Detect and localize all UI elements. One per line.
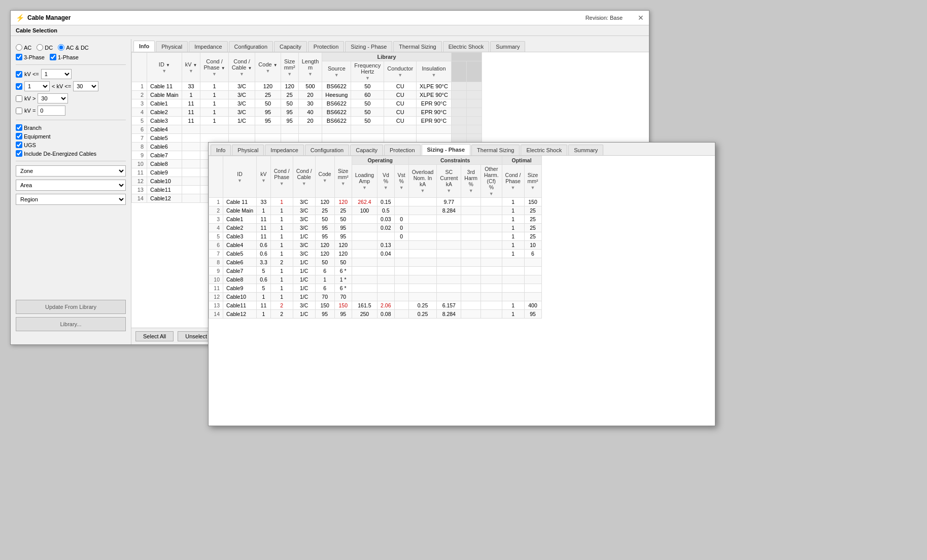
table-row[interactable]: 2 Cable Main 1 1 3/C 25 25 20 Heesung 60… xyxy=(132,91,482,99)
s-cell-code: 1 xyxy=(315,275,334,284)
cell-freq xyxy=(351,134,384,143)
second-table-row[interactable]: 14 Cable12 1 2 1/C 95 95 250 0.08 0.25 8… xyxy=(209,310,542,319)
second-table-row[interactable]: 4 Cable2 11 1 3/C 95 95 0.02 0 1 25 xyxy=(209,224,542,232)
s-cell-loading xyxy=(352,258,377,267)
acdc-radio[interactable]: AC & DC xyxy=(58,44,89,51)
s-cell-num: 5 xyxy=(209,232,223,241)
tab-capacity[interactable]: Capacity xyxy=(274,41,307,52)
tab-summary[interactable]: Summary xyxy=(490,41,525,52)
second-table-row[interactable]: 13 Cable11 11 2 3/C 150 150 161.5 2.06 0… xyxy=(209,301,542,310)
branch-checkbox[interactable]: Branch xyxy=(16,124,126,131)
equipment-checkbox[interactable]: Equipment xyxy=(16,133,126,139)
second-tab-physical[interactable]: Physical xyxy=(232,145,264,155)
second-table-row[interactable]: 3 Cable1 11 1 3/C 50 50 0.03 0 1 25 xyxy=(209,215,542,224)
kv-range-min-select[interactable]: 1 xyxy=(24,81,50,91)
second-tab-thermal-sizing[interactable]: Thermal Sizing xyxy=(471,145,520,155)
s-cell-opt-cond-phase xyxy=(502,258,524,267)
s-cell-code: 95 xyxy=(315,224,334,232)
second-tab-summary[interactable]: Summary xyxy=(568,145,603,155)
cell-num: 7 xyxy=(132,134,147,143)
close-button[interactable]: ✕ xyxy=(638,14,644,22)
second-table-row[interactable]: 9 Cable7 5 1 1/C 6 6 * xyxy=(209,267,542,275)
update-library-button[interactable]: Update From Library xyxy=(16,300,126,314)
cell-id: Cable7 xyxy=(147,151,182,160)
tab-impedance[interactable]: Impedance xyxy=(189,41,227,52)
cell-kv: 1 xyxy=(182,91,200,99)
second-tab-configuration[interactable]: Configuration xyxy=(305,145,349,155)
s-col-operating-group: Operating xyxy=(352,156,408,165)
tab-sizing-phase[interactable]: Sizing - Phase xyxy=(345,41,392,52)
second-table-row[interactable]: 1 Cable 11 33 1 3/C 120 120 262.4 0.15 9… xyxy=(209,198,542,206)
ugs-checkbox[interactable]: UGS xyxy=(16,142,126,148)
s-cell-cond-phase: 2 xyxy=(270,258,293,267)
tab-thermal-sizing[interactable]: Thermal Sizing xyxy=(393,41,441,52)
s-cell-code: 50 xyxy=(315,215,334,224)
ac-radio[interactable]: AC xyxy=(16,44,31,51)
second-table-row[interactable]: 11 Cable9 5 1 1/C 6 6 * xyxy=(209,284,542,293)
tab-info[interactable]: Info xyxy=(133,41,155,52)
tab-electric-shock[interactable]: Electric Shock xyxy=(443,41,490,52)
second-tab-capacity[interactable]: Capacity xyxy=(350,145,383,155)
table-row[interactable]: 5 Cable3 11 1 1/C 95 95 20 BS6622 50 CU … xyxy=(132,117,482,125)
library-button[interactable]: Library... xyxy=(16,317,126,331)
s-cell-num: 9 xyxy=(209,267,223,275)
s-col-kv: kV▼ xyxy=(257,156,271,198)
second-table-row[interactable]: 5 Cable3 11 1 1/C 95 95 0 1 25 xyxy=(209,232,542,241)
s-cell-cond-cable: 3/C xyxy=(293,301,315,310)
s-cell-overload xyxy=(408,232,437,241)
cell-ex2 xyxy=(466,82,482,91)
kv-lte-select[interactable]: 1 xyxy=(41,69,72,79)
s-cell-kv: 5 xyxy=(257,267,271,275)
s-cell-num: 11 xyxy=(209,284,223,293)
s-cell-vd xyxy=(377,267,394,275)
second-tab-electric-shock[interactable]: Electric Shock xyxy=(521,145,567,155)
cell-insulation: XLPE 90°C xyxy=(417,82,452,91)
second-table-row[interactable]: 8 Cable6 3.3 2 1/C 50 50 xyxy=(209,258,542,267)
second-table-row[interactable]: 6 Cable4 0.6 1 3/C 120 120 0.13 1 10 xyxy=(209,241,542,250)
cell-length xyxy=(298,134,322,143)
second-table-row[interactable]: 10 Cable8 0.6 1 1/C 1 1 * xyxy=(209,275,542,284)
tab-protection[interactable]: Protection xyxy=(308,41,345,52)
s-cell-opt-cond-phase: 1 xyxy=(502,301,524,310)
table-row[interactable]: 6 Cable4 xyxy=(132,125,482,134)
cell-num: 13 xyxy=(132,186,147,194)
table-row[interactable]: 1 Cable 11 33 1 3/C 120 120 500 BS6622 5… xyxy=(132,82,482,91)
cell-kv xyxy=(182,143,200,151)
region-select[interactable]: Region xyxy=(16,194,126,205)
area-select[interactable]: Area xyxy=(16,180,126,191)
s-cell-cond-phase: 1 xyxy=(270,241,293,250)
de-energized-checkbox[interactable]: Include De-Energized Cables xyxy=(16,150,126,157)
cell-cond-cable: 3/C xyxy=(228,108,255,117)
cell-ex2 xyxy=(466,91,482,99)
second-table-container[interactable]: ID▼ kV▼ Cond /Phase▼ Cond /Cable▼ Code▼ … xyxy=(209,156,715,424)
s-cell-other xyxy=(481,206,502,215)
zone-select[interactable]: Zone xyxy=(16,165,126,177)
select-all-button[interactable]: Select All xyxy=(135,331,174,341)
table-row[interactable]: 7 Cable5 xyxy=(132,134,482,143)
second-tab-impedance[interactable]: Impedance xyxy=(265,145,303,155)
table-row[interactable]: 3 Cable1 11 1 3/C 50 50 30 BS6622 50 CU … xyxy=(132,99,482,108)
second-table-row[interactable]: 7 Cable5 0.6 1 3/C 120 120 0.04 1 6 xyxy=(209,250,542,258)
kv-gt-row: kV > 30 xyxy=(16,93,126,103)
second-tab-protection[interactable]: Protection xyxy=(384,145,421,155)
s-cell-opt-size: 6 xyxy=(524,250,541,258)
s-cell-other xyxy=(481,232,502,241)
s-cell-size: 120 xyxy=(334,241,352,250)
second-tab-info[interactable]: Info xyxy=(211,145,231,155)
kv-eq-input[interactable] xyxy=(38,106,65,116)
s-cell-vd: 0.08 xyxy=(377,310,394,319)
phase3-checkbox[interactable]: 3-Phase xyxy=(16,54,45,60)
second-table-row[interactable]: 12 Cable10 1 1 1/C 70 70 xyxy=(209,293,542,301)
kv-range-max-select[interactable]: 30 xyxy=(73,81,98,91)
s-cell-vst xyxy=(394,198,408,206)
second-table-row[interactable]: 2 Cable Main 1 1 3/C 25 25 100 0.5 8.284… xyxy=(209,206,542,215)
tab-physical[interactable]: Physical xyxy=(156,41,188,52)
dc-radio[interactable]: DC xyxy=(37,44,53,51)
phase1-checkbox[interactable]: 1-Phase xyxy=(50,54,79,60)
cell-source: BS6622 xyxy=(322,82,351,91)
second-tab-sizing-phase[interactable]: Sizing - Phase xyxy=(422,144,471,155)
kv-gt-select[interactable]: 30 xyxy=(38,93,68,103)
s-cell-size: 95 xyxy=(334,310,352,319)
table-row[interactable]: 4 Cable2 11 1 3/C 95 95 40 BS6622 50 CU … xyxy=(132,108,482,117)
tab-configuration[interactable]: Configuration xyxy=(229,41,273,52)
